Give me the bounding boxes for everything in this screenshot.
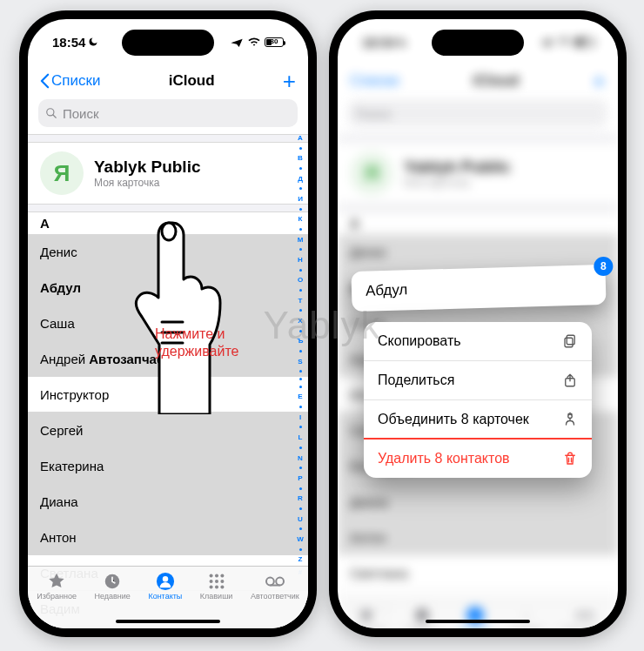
svg-point-13 xyxy=(220,585,224,588)
svg-point-9 xyxy=(215,580,218,583)
svg-point-25 xyxy=(586,612,593,619)
phone-right: 18:54 30 СпискиiCloud+ Поиск ЯYablyk Pub… xyxy=(329,10,627,637)
svg-point-24 xyxy=(576,612,583,619)
airplane-icon xyxy=(230,37,244,47)
svg-point-8 xyxy=(209,580,212,583)
status-time: 18:54 xyxy=(52,35,98,50)
back-label: Списки xyxy=(51,72,100,90)
search-placeholder: Поиск xyxy=(63,106,99,121)
svg-rect-27 xyxy=(565,338,573,347)
airplane-icon xyxy=(540,37,553,47)
contact-row[interactable]: Инструктор xyxy=(28,377,308,413)
time-text: 18:54 xyxy=(52,35,85,50)
svg-point-7 xyxy=(220,574,224,578)
svg-point-10 xyxy=(220,580,224,583)
battery-icon: 30 xyxy=(265,37,284,47)
tab-voicemail[interactable]: Автоответчик xyxy=(251,572,299,628)
phone-left: 18:54 30 Списки iCloud + Поиск Я xyxy=(19,10,317,637)
menu-delete[interactable]: Удалить 8 контактов xyxy=(364,438,592,478)
merge-icon xyxy=(562,412,578,427)
add-button[interactable]: + xyxy=(283,68,296,95)
separator xyxy=(28,134,308,143)
wifi-icon xyxy=(557,37,571,47)
svg-line-1 xyxy=(53,115,57,118)
svg-point-5 xyxy=(209,574,212,578)
dynamic-island xyxy=(122,30,214,56)
svg-point-12 xyxy=(215,585,218,588)
do-not-disturb-icon xyxy=(88,37,98,47)
person-icon xyxy=(155,572,176,591)
svg-rect-26 xyxy=(567,335,574,345)
contact-row[interactable]: Диана xyxy=(28,484,308,520)
menu-merge[interactable]: Объединить 8 карточек xyxy=(364,400,592,440)
contact-row[interactable]: Денис xyxy=(28,234,308,270)
share-icon xyxy=(562,372,578,388)
page-title: iCloud xyxy=(169,72,215,90)
selection-count-badge: 8 xyxy=(594,257,613,276)
search-input[interactable]: Поиск xyxy=(38,99,298,127)
menu-copy[interactable]: Скопировать xyxy=(364,322,592,361)
navbar: Списки iCloud + xyxy=(28,64,308,97)
section-header: A xyxy=(28,212,308,234)
contact-row[interactable]: Сергей xyxy=(28,413,308,448)
dynamic-island xyxy=(432,30,524,56)
context-menu: Скопировать Поделиться Объединить 8 карт… xyxy=(364,322,592,478)
star-icon xyxy=(46,572,67,591)
instruction-text: Нажмите и удерживайте xyxy=(155,326,238,360)
copy-icon xyxy=(562,333,578,349)
svg-point-15 xyxy=(276,578,284,586)
keypad-icon xyxy=(206,572,227,591)
svg-point-4 xyxy=(163,576,168,581)
contact-row[interactable]: Екатерина xyxy=(28,448,308,484)
clock-icon xyxy=(102,572,123,591)
avatar: Я xyxy=(40,151,84,195)
drag-preview[interactable]: Абдул 8 xyxy=(351,265,606,312)
my-card-name: Yablyk Public xyxy=(94,158,201,177)
contact-row[interactable]: Абдул xyxy=(28,270,308,305)
voicemail-icon xyxy=(265,572,285,591)
chevron-left-icon xyxy=(40,73,50,89)
menu-share[interactable]: Поделиться xyxy=(364,361,592,400)
do-not-disturb-icon xyxy=(398,37,408,47)
index-rail[interactable]: АВДИКМНОТХЪSEILNPRUWZ# xyxy=(294,134,306,576)
drag-contact-name: Абдул xyxy=(366,281,408,299)
tab-favorites[interactable]: Избранное xyxy=(37,572,77,628)
contact-row[interactable]: Антон xyxy=(28,520,308,555)
home-indicator[interactable] xyxy=(426,620,530,623)
search-icon xyxy=(45,107,57,119)
svg-point-23 xyxy=(525,614,528,617)
my-card-subtitle: Моя карточка xyxy=(94,177,201,189)
home-indicator[interactable] xyxy=(116,620,220,623)
svg-point-14 xyxy=(266,578,274,586)
separator xyxy=(28,204,308,212)
svg-point-11 xyxy=(209,585,212,588)
screen-left: 18:54 30 Списки iCloud + Поиск Я xyxy=(28,19,308,628)
screen-right: 18:54 30 СпискиiCloud+ Поиск ЯYablyk Pub… xyxy=(338,19,618,628)
back-button[interactable]: Списки xyxy=(40,72,100,90)
svg-point-6 xyxy=(215,574,218,578)
wifi-icon xyxy=(247,37,261,47)
my-card[interactable]: Я Yablyk Public Моя карточка xyxy=(28,143,308,204)
trash-icon xyxy=(562,451,578,466)
